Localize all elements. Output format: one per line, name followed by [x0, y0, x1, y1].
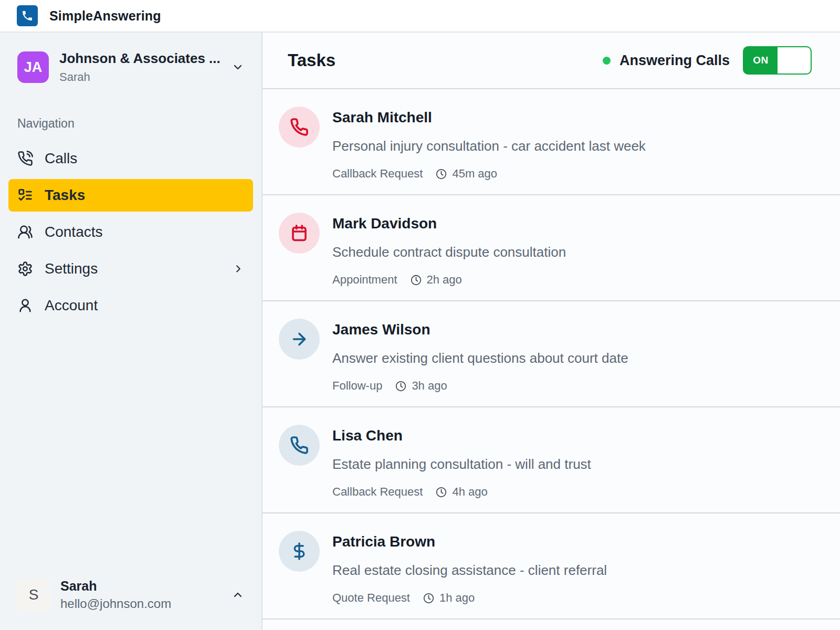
task-type: Follow-up: [332, 379, 382, 393]
sidebar-item-label: Contacts: [45, 224, 103, 240]
task-time: 4h ago: [452, 485, 487, 499]
task-row[interactable]: Lisa Chen Estate planning consultation -…: [262, 407, 840, 513]
task-description: Answer existing client questions about c…: [332, 350, 628, 366]
sidebar-item-label: Account: [45, 297, 98, 314]
task-time: 2h ago: [427, 273, 462, 287]
phone-icon: [279, 107, 320, 148]
sidebar-nav: Calls Tasks Contacts: [0, 140, 261, 324]
gear-icon: [17, 261, 33, 277]
user-name: Sarah: [60, 579, 221, 594]
sidebar-item-settings[interactable]: Settings: [0, 250, 261, 287]
person-icon: [17, 298, 33, 313]
task-description: Personal injury consultation - car accid…: [332, 138, 646, 154]
contacts-icon: [17, 224, 33, 240]
task-row[interactable]: Mark Davidson Schedule contract dispute …: [262, 195, 840, 301]
arrow-right-icon: [279, 319, 320, 360]
top-bar: SimpleAnswering: [0, 0, 840, 33]
task-type: Callback Request: [332, 485, 423, 499]
chevron-down-icon: [232, 61, 244, 74]
phone-icon: [21, 9, 34, 22]
user-menu[interactable]: S Sarah hello@johnson.com: [0, 579, 261, 611]
sidebar-item-label: Settings: [45, 260, 98, 277]
task-type: Appointment: [332, 273, 397, 287]
status-label: Answering Calls: [620, 52, 730, 69]
sidebar-item-calls[interactable]: Calls: [0, 140, 261, 177]
sidebar-item-contacts[interactable]: Contacts: [0, 214, 261, 250]
clock-icon: [423, 593, 434, 604]
dollar-icon: [279, 531, 320, 572]
task-description: Real estate closing assistance - client …: [332, 562, 607, 579]
sidebar-item-tasks[interactable]: Tasks: [8, 179, 253, 212]
org-avatar: JA: [17, 51, 49, 83]
phone-call-icon: [17, 151, 33, 166]
clock-icon: [395, 381, 406, 392]
user-email: hello@johnson.com: [60, 596, 221, 611]
phone-icon: [279, 425, 320, 466]
clock-icon: [436, 487, 447, 498]
user-avatar: S: [17, 579, 50, 611]
toggle-on-label: ON: [744, 47, 778, 74]
main-header: Tasks Answering Calls ON: [262, 33, 840, 89]
nav-section-label: Navigation: [0, 117, 261, 131]
task-name: Patricia Brown: [332, 533, 607, 550]
app-title: SimpleAnswering: [49, 8, 161, 24]
answering-calls-toggle[interactable]: ON: [743, 46, 812, 75]
task-time: 1h ago: [439, 591, 475, 605]
status-dot: [603, 57, 611, 65]
sidebar-item-label: Calls: [45, 150, 77, 167]
task-row[interactable]: James Wilson Answer existing client ques…: [262, 301, 840, 407]
task-row-partial: [262, 620, 840, 630]
sidebar-item-account[interactable]: Account: [0, 287, 261, 324]
app-logo: [17, 5, 38, 26]
task-name: Mark Davidson: [332, 215, 566, 232]
task-name: James Wilson: [332, 321, 628, 338]
task-description: Schedule contract dispute consultation: [332, 244, 566, 260]
clock-icon: [411, 275, 422, 286]
org-subtitle: Sarah: [59, 70, 221, 84]
checklist-icon: [17, 187, 33, 203]
task-description: Estate planning consultation - will and …: [332, 456, 591, 472]
org-selector[interactable]: JA Johnson & Associates ... Sarah: [0, 50, 261, 84]
task-list: Sarah Mitchell Personal injury consultat…: [262, 89, 840, 630]
task-time: 3h ago: [412, 379, 447, 393]
sidebar-item-label: Tasks: [45, 187, 85, 204]
main-content: Tasks Answering Calls ON Sarah M: [262, 33, 840, 630]
task-name: Sarah Mitchell: [332, 109, 646, 126]
task-time: 45m ago: [452, 167, 497, 181]
org-name: Johnson & Associates ...: [59, 50, 221, 67]
chevron-right-icon: [233, 263, 244, 275]
calendar-icon: [279, 213, 320, 254]
sidebar: JA Johnson & Associates ... Sarah Naviga…: [0, 33, 262, 630]
page-title: Tasks: [288, 50, 335, 70]
task-name: Lisa Chen: [332, 427, 591, 444]
clock-icon: [436, 169, 447, 180]
task-row[interactable]: Sarah Mitchell Personal injury consultat…: [262, 89, 840, 195]
toggle-knob: [778, 47, 811, 74]
chevron-up-icon: [232, 589, 244, 601]
task-type: Callback Request: [332, 167, 423, 181]
task-type: Quote Request: [332, 591, 410, 605]
task-row[interactable]: Patricia Brown Real estate closing assis…: [262, 513, 840, 620]
